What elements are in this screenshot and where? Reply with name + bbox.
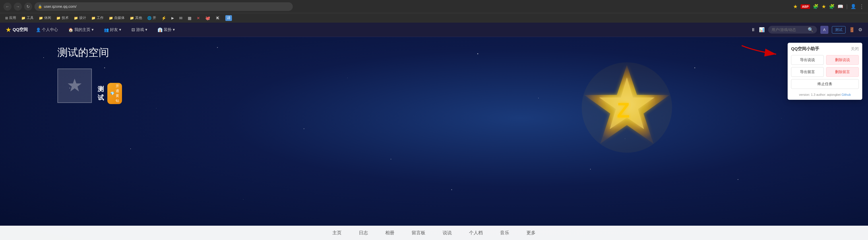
profile-name-section: 测试 💎 开通黄钻 bbox=[98, 83, 122, 104]
bookmark-grid[interactable]: ▦ bbox=[185, 15, 194, 21]
nav-music[interactable]: 音乐 bbox=[497, 229, 512, 237]
export-message-button[interactable]: 导出留言 bbox=[791, 67, 824, 77]
bookmark-media[interactable]: 📁 自媒体 bbox=[106, 14, 127, 21]
qq-assistant-popup: QQ空间小助手 关闭 导出说说 删除说说 导出留言 删除留言 终止任务 vers… bbox=[787, 43, 862, 100]
back-button[interactable]: ← bbox=[3, 3, 11, 11]
bookmark-leisure[interactable]: 📁 休闲 bbox=[36, 14, 53, 21]
bookmark-arrow[interactable]: ▶ bbox=[169, 15, 176, 21]
forward-button[interactable]: → bbox=[14, 3, 22, 11]
bookmark-github[interactable]: 🐙 bbox=[203, 15, 212, 21]
bookmark-open[interactable]: 🌐 开 bbox=[145, 14, 158, 21]
extension-puzzle-icon[interactable]: 🧩 bbox=[813, 4, 818, 9]
folder-icon: 📁 bbox=[21, 16, 26, 20]
bookmark-close[interactable]: ✕ bbox=[194, 15, 203, 21]
browser-top-bar: ← → ↻ 🔒 user.qzone.qq.com/ ★ ABP 🧩 ★ 🧩 📖… bbox=[0, 0, 868, 13]
bookmarks-bar: ⊞ 应用 📁 工具 📁 休闲 📁 技术 📁 设计 📁 工作 📁 自媒体 📁 其他… bbox=[0, 13, 868, 23]
nav-home[interactable]: 主页 bbox=[330, 229, 344, 237]
bookmark-work[interactable]: 📁 工作 bbox=[89, 14, 106, 21]
star-button[interactable]: ★ bbox=[793, 3, 798, 10]
shuoshuo-actions: 导出说说 删除说说 bbox=[791, 55, 859, 65]
svg-text:Z: Z bbox=[617, 98, 630, 122]
folder-icon-6: 📁 bbox=[109, 16, 113, 20]
k-icon: K bbox=[215, 15, 220, 20]
bookmark-apps[interactable]: ⊞ 应用 bbox=[3, 14, 19, 21]
grid-icon: ▦ bbox=[188, 16, 191, 20]
nav-album[interactable]: 相册 bbox=[382, 229, 397, 237]
profile-icon[interactable]: 👤 bbox=[850, 4, 856, 9]
pause-button[interactable]: ⏸ bbox=[751, 27, 755, 32]
bottom-nav: 主页 日志 相册 留言板 说说 个人档 音乐 更多 bbox=[0, 226, 868, 240]
vip-badge[interactable]: 💎 开通黄钻 bbox=[107, 83, 122, 104]
folder-icon-7: 📁 bbox=[130, 16, 134, 20]
address-bar[interactable]: 🔒 user.qzone.qq.com/ bbox=[34, 2, 293, 11]
refresh-button[interactable]: ↻ bbox=[24, 3, 32, 11]
nav-more[interactable]: 更多 bbox=[524, 229, 538, 237]
bookmark-mail[interactable]: ✉ bbox=[177, 15, 185, 21]
hero-banner: Z 测试的空间 测试 💎 开通黄钻 主页 日志 相册 bbox=[0, 37, 868, 240]
search-bar: 🔍 bbox=[768, 26, 817, 34]
nav-dress[interactable]: 👔 装扮 ▾ bbox=[155, 26, 177, 34]
popup-header: QQ空间小助手 关闭 bbox=[791, 46, 859, 52]
mail-icon: ✉ bbox=[179, 16, 183, 20]
main-content: Z 测试的空间 测试 💎 开通黄钻 主页 日志 相册 bbox=[0, 37, 868, 240]
lock-icon: 🔒 bbox=[38, 5, 42, 9]
user-avatar[interactable]: A bbox=[820, 26, 828, 34]
stop-task-button[interactable]: 终止任务 bbox=[791, 79, 859, 89]
nav-profile[interactable]: 个人档 bbox=[466, 229, 486, 237]
stats-icon[interactable]: 📊 bbox=[759, 27, 765, 32]
bookmark-tools[interactable]: 📁 工具 bbox=[19, 14, 36, 21]
bookmark-translate[interactable]: 译 bbox=[223, 14, 234, 22]
space-title: 测试的空间 bbox=[57, 45, 109, 60]
profile-avatar bbox=[57, 69, 92, 103]
translate-icon: 译 bbox=[225, 15, 232, 21]
extensions-icon[interactable]: 🧩 bbox=[829, 4, 835, 9]
delete-shuoshuo-button[interactable]: 删除说说 bbox=[826, 55, 859, 65]
nav-personal-center[interactable]: 👤 个人中心 bbox=[34, 26, 60, 34]
message-actions: 导出留言 删除留言 bbox=[791, 67, 859, 77]
profile-name: 测试 bbox=[98, 85, 104, 102]
friends-icon: 👥 bbox=[104, 28, 109, 32]
bookmark-other[interactable]: 📁 其他 bbox=[127, 14, 144, 21]
profile-section: 测试的空间 测试 💎 开通黄钻 bbox=[57, 45, 109, 88]
nav-games[interactable]: ⚄ 游戏 ▾ bbox=[129, 26, 150, 34]
test-button[interactable]: 测试 bbox=[832, 26, 846, 34]
folder-icon-3: 📁 bbox=[56, 16, 61, 20]
logout-icon[interactable]: 🚪 bbox=[849, 27, 855, 32]
nav-shuoshuo[interactable]: 说说 bbox=[440, 229, 455, 237]
settings-nav-icon[interactable]: ⚙ bbox=[858, 27, 862, 32]
search-input[interactable] bbox=[772, 28, 806, 32]
dress-icon: 👔 bbox=[158, 28, 162, 32]
export-shuoshuo-button[interactable]: 导出说说 bbox=[791, 55, 824, 65]
nav-my-home[interactable]: 🏠 我的主页 ▾ bbox=[66, 26, 96, 34]
adblock-icon[interactable]: ABP bbox=[801, 4, 810, 9]
hero-star-graphic: Z bbox=[577, 57, 677, 158]
qq-logo[interactable]: ★ QQ空间 bbox=[6, 26, 28, 33]
github-link[interactable]: Github bbox=[842, 93, 851, 96]
popup-close-button[interactable]: 关闭 bbox=[851, 46, 859, 52]
bookmark-tech[interactable]: 📁 技术 bbox=[54, 14, 71, 21]
url-text: user.qzone.qq.com/ bbox=[44, 4, 76, 9]
menu-icon[interactable]: ⋮ bbox=[859, 3, 865, 10]
nav-diary[interactable]: 日志 bbox=[356, 229, 371, 237]
popup-title: QQ空间小助手 bbox=[791, 46, 819, 52]
bookmark-star-icon[interactable]: ★ bbox=[822, 3, 826, 10]
browser-actions: ★ ABP 🧩 ★ 🧩 📖 | 👤 ⋮ bbox=[793, 3, 865, 10]
spark-icon: ⚡ bbox=[161, 16, 166, 20]
search-icon[interactable]: 🔍 bbox=[808, 27, 813, 32]
apps-icon: ⊞ bbox=[5, 16, 8, 20]
folder-icon-5: 📁 bbox=[91, 16, 96, 20]
home-icon: 🏠 bbox=[68, 28, 73, 32]
qq-logo-text: QQ空间 bbox=[12, 27, 28, 32]
nav-friends[interactable]: 👥 好友 ▾ bbox=[102, 26, 123, 34]
nav-guestbook[interactable]: 留言板 bbox=[409, 229, 428, 237]
diamond-icon: 💎 bbox=[110, 92, 115, 96]
globe-icon: 🌐 bbox=[147, 16, 152, 20]
bookmark-spark[interactable]: ⚡ bbox=[159, 15, 168, 21]
reader-mode-icon[interactable]: 📖 bbox=[838, 4, 843, 9]
bookmark-design[interactable]: 📁 设计 bbox=[71, 14, 88, 21]
bookmark-k[interactable]: K bbox=[213, 14, 222, 21]
github-icon: 🐙 bbox=[205, 16, 210, 20]
delete-message-button[interactable]: 删除留言 bbox=[826, 67, 859, 77]
folder-icon-2: 📁 bbox=[39, 16, 43, 20]
stars-background bbox=[0, 37, 868, 240]
